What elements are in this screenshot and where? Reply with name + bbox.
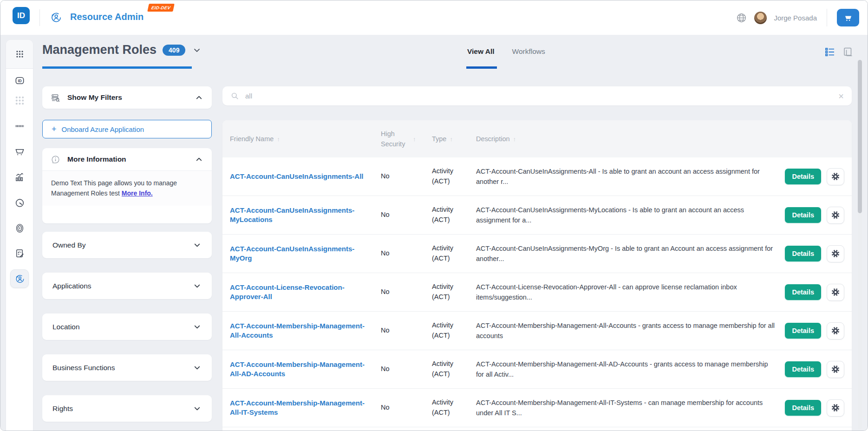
shopping-cart-icon <box>14 146 25 157</box>
filter-section-business-functions[interactable]: Business Functions <box>42 354 212 381</box>
row-type: Activity (ACT) <box>432 166 476 187</box>
title-row: Management Roles 409 View All Workflows <box>0 35 868 70</box>
sidebar-item-shopping-cart[interactable] <box>10 142 29 161</box>
details-button[interactable]: Details <box>785 169 821 184</box>
row-friendly-name[interactable]: ACT-Account-CanUseInAssignments-MyLocati… <box>230 206 381 225</box>
row-high-security: No <box>381 210 432 220</box>
column-label: Description <box>476 135 510 143</box>
column-type[interactable]: Type ↑ <box>432 135 476 143</box>
more-information-text: Demo Text This page allows you to manage… <box>51 179 177 197</box>
title-underline <box>42 66 192 69</box>
fingerprint-icon <box>14 223 25 234</box>
row-description: ACT-Account-CanUseInAssignments-All - Is… <box>476 166 783 187</box>
card-view-icon[interactable] <box>842 46 854 58</box>
row-description: ACT-Account-CanUseInAssignments-MyLocati… <box>476 205 783 226</box>
row-settings-button[interactable] <box>827 361 844 378</box>
row-settings-button[interactable] <box>827 207 844 224</box>
onboard-label: Onboard Azure Application <box>62 125 144 133</box>
cart-button[interactable] <box>837 9 859 26</box>
details-button[interactable]: Details <box>785 284 821 300</box>
document-edit-icon <box>14 248 25 259</box>
row-settings-button[interactable] <box>827 245 844 262</box>
details-button[interactable]: Details <box>785 361 821 377</box>
gear-icon <box>831 326 840 335</box>
id-badge-icon <box>14 75 25 86</box>
details-button[interactable]: Details <box>785 323 821 339</box>
table-row: ACT-Account-CanUseInAssignments-MyOrg No… <box>222 235 852 273</box>
row-friendly-name[interactable]: ACT-Account-Membership-Management-All-IT… <box>230 398 381 418</box>
row-settings-button[interactable] <box>827 168 844 185</box>
row-friendly-name[interactable]: ACT-Account-Membership-Management-All-Ac… <box>230 321 381 340</box>
sidebar-item-collapsed-menu[interactable] <box>10 117 29 135</box>
more-info-link[interactable]: More Info. <box>122 189 153 197</box>
column-high-security[interactable]: High Security ↑ <box>381 129 432 150</box>
row-actions: Details <box>783 399 844 417</box>
list-view-icon[interactable] <box>824 46 835 58</box>
count-badge: 409 <box>163 45 185 56</box>
app-logo[interactable]: ID <box>13 7 30 24</box>
row-settings-button[interactable] <box>827 399 844 417</box>
details-button[interactable]: Details <box>785 246 821 261</box>
resource-admin-icon <box>50 11 62 24</box>
row-friendly-name[interactable]: ACT-Account-CanUseInAssignments-All <box>230 172 381 181</box>
row-description: ACT-Account-License-Revocation-Approver-… <box>476 282 783 303</box>
scrollbar[interactable] <box>858 60 862 430</box>
details-button[interactable]: Details <box>785 207 821 223</box>
chevron-down-icon <box>193 241 202 249</box>
sidebar-item-analytics[interactable] <box>10 168 29 186</box>
sidebar-item-resource-admin[interactable] <box>10 269 29 288</box>
filter-section-location[interactable]: Location <box>42 313 212 340</box>
column-friendly-name[interactable]: Friendly Name ↑ <box>230 135 381 143</box>
row-type: Activity (ACT) <box>432 359 476 379</box>
sidebar-item-fingerprint[interactable] <box>10 219 29 237</box>
gear-icon <box>831 365 840 374</box>
table-row: ACT-Account-CanUseInAssignments-All No A… <box>222 157 852 196</box>
show-my-filters-card[interactable]: Show My Filters <box>42 86 212 109</box>
table-row: ACT-Account-Membership-Management-All-IT… <box>222 389 852 427</box>
onboard-azure-application-button[interactable]: + Onboard Azure Application <box>42 120 212 138</box>
scrollbar-thumb[interactable] <box>858 60 862 213</box>
row-friendly-name[interactable]: ACT-Account-Membership-Management-All-AD… <box>230 360 381 379</box>
row-high-security: No <box>381 248 432 259</box>
sidebar-item-apps-grid[interactable] <box>6 40 33 69</box>
tab-view-all[interactable]: View All <box>467 47 495 56</box>
chevron-up-icon[interactable] <box>195 155 203 164</box>
row-settings-button[interactable] <box>827 322 844 340</box>
filter-section-owned-by[interactable]: Owned By <box>42 232 212 258</box>
column-label: High Security <box>381 129 410 150</box>
row-friendly-name[interactable]: ACT-Account-CanUseInAssignments-MyOrg <box>230 244 381 263</box>
sidebar <box>6 40 33 431</box>
more-information-card: More Information Demo Text This page all… <box>42 148 212 223</box>
row-type: Activity (ACT) <box>432 398 476 418</box>
tab-workflows[interactable]: Workflows <box>512 47 545 56</box>
search-input[interactable] <box>244 91 833 100</box>
row-type: Activity (ACT) <box>432 320 476 341</box>
sidebar-item-id-badge[interactable] <box>10 71 29 90</box>
row-settings-button[interactable] <box>827 284 844 301</box>
more-information-title: More Information <box>67 155 188 163</box>
row-high-security: No <box>381 287 432 297</box>
close-icon[interactable]: × <box>838 91 844 101</box>
content-area: Management Roles 409 View All Workflows <box>0 35 868 431</box>
details-button[interactable]: Details <box>785 400 821 416</box>
user-avatar[interactable] <box>754 12 767 24</box>
filter-section-label: Location <box>52 323 193 331</box>
more-information-header[interactable]: More Information <box>42 148 212 171</box>
sidebar-item-document-edit[interactable] <box>10 244 29 262</box>
row-friendly-name[interactable]: ACT-Account-License-Revocation-Approver-… <box>230 283 381 302</box>
apps-grid-icon <box>14 95 25 106</box>
sidebar-item-dashboard-gauge[interactable] <box>10 193 29 212</box>
search-icon <box>230 91 239 100</box>
chevron-down-icon[interactable] <box>192 46 202 55</box>
filter-section-applications[interactable]: Applications <box>42 273 212 299</box>
row-type: Activity (ACT) <box>432 243 476 264</box>
row-description: ACT-Account-Membership-Management-All-IT… <box>476 398 783 418</box>
table-header: Friendly Name ↑ High Security ↑ Type ↑ D… <box>222 120 852 157</box>
chevron-up-icon[interactable] <box>195 93 203 102</box>
sidebar-item-apps-grid[interactable] <box>10 91 29 110</box>
column-description[interactable]: Description ↑ <box>476 135 783 143</box>
top-bar: ID Resource Admin EID-DEV Jorge Posada <box>0 0 868 35</box>
chevron-down-icon <box>193 363 202 372</box>
filter-section-rights[interactable]: Rights <box>42 395 212 422</box>
globe-icon[interactable] <box>736 12 747 24</box>
